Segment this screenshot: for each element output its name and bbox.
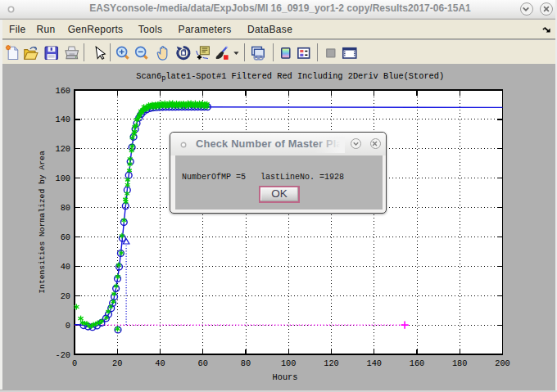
svg-text:120: 120 (55, 144, 70, 154)
svg-text:Hours: Hours (273, 372, 298, 382)
svg-text:-20: -20 (55, 350, 70, 360)
svg-text:80: 80 (241, 358, 251, 368)
svg-text:160: 160 (410, 358, 425, 368)
svg-text:0: 0 (66, 321, 70, 331)
svg-text:20: 20 (112, 358, 122, 368)
svg-text:100: 100 (55, 173, 70, 183)
svg-text:180: 180 (452, 358, 468, 368)
svg-text:40: 40 (155, 358, 165, 368)
svg-text:80: 80 (61, 203, 70, 213)
svg-text:60: 60 (198, 358, 208, 368)
svg-text:120: 120 (324, 358, 339, 368)
svg-text:Intensities Normalized by Area: Intensities Normalized by Area (38, 151, 47, 294)
svg-text:140: 140 (367, 358, 383, 368)
svg-text:200: 200 (495, 358, 510, 368)
svg-text:100: 100 (281, 358, 297, 368)
svg-text:60: 60 (61, 232, 70, 242)
svg-text:0: 0 (72, 358, 77, 368)
svg-text:40: 40 (61, 262, 70, 272)
svg-text:140: 140 (55, 115, 70, 124)
svg-text:160: 160 (55, 86, 70, 96)
svg-text:20: 20 (61, 291, 70, 301)
